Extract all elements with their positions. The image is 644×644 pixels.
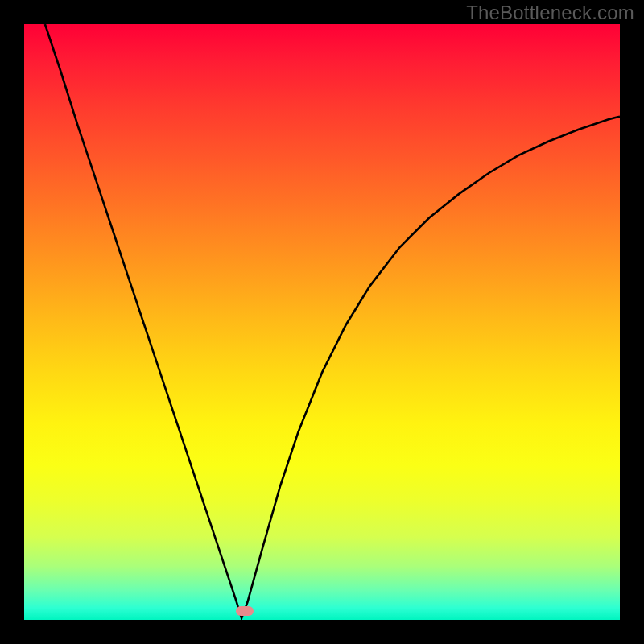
curve-svg	[24, 24, 620, 620]
chart-frame: TheBottleneck.com	[0, 0, 644, 644]
bottleneck-curve	[45, 24, 620, 618]
plot-area	[24, 24, 620, 620]
watermark-text: TheBottleneck.com	[466, 2, 634, 24]
notch-marker	[236, 606, 254, 616]
